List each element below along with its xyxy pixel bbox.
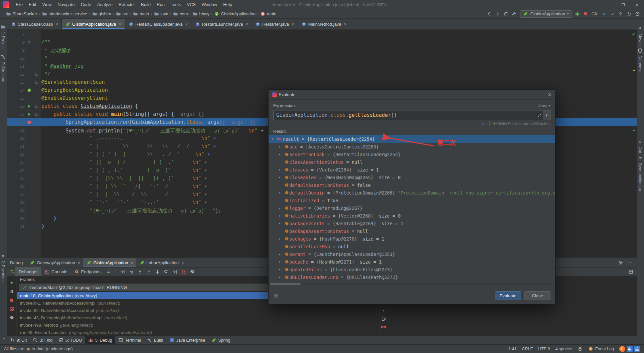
editor-tab[interactable]: CRestarter.java× — [252, 19, 298, 29]
expand-arrow-icon[interactable]: ▸ — [279, 267, 284, 272]
tree-node[interactable]: ▸fparent = {Launcher$AppClassLoader@1353… — [269, 250, 555, 258]
fold-marker[interactable]: - — [33, 73, 40, 76]
stack-frame[interactable]: invoke:62, NativeMethodAccessorImpl(sun.… — [17, 307, 379, 314]
toolwindow-1-project[interactable]: 1: Project — [0, 23, 6, 49]
run-gutter-icon[interactable] — [25, 112, 33, 117]
tree-node[interactable]: finitialized = true — [269, 197, 555, 204]
fold-box-icon[interactable]: - — [35, 73, 38, 76]
simplified-chinese-icon[interactable]: 简 — [634, 346, 640, 352]
copy-icon[interactable] — [381, 316, 386, 321]
close-tab-icon[interactable]: × — [246, 22, 248, 27]
fold-box-icon[interactable]: - — [35, 105, 38, 108]
spring-gutter-icon[interactable] — [25, 88, 33, 93]
editor-tab[interactable]: CMainMethod.java× — [298, 19, 350, 29]
runclass-gutter-icon[interactable] — [25, 104, 33, 109]
expand-arrow-icon[interactable]: ▸ — [279, 260, 284, 264]
code-line[interactable]: 11 * @author jzq — [7, 62, 637, 70]
layout-menu-icon[interactable]: ≡ — [106, 269, 111, 274]
close-tab-icon[interactable]: × — [56, 22, 58, 27]
breadcrumb-item[interactable]: mmain — [260, 11, 277, 17]
run-configuration-selector[interactable]: GisbimApplication▾ — [520, 10, 572, 18]
fold-marker[interactable]: - — [33, 105, 40, 108]
watches-icon[interactable]: oo — [381, 324, 386, 330]
rollback-icon[interactable] — [626, 11, 632, 17]
close-tab-icon[interactable]: × — [292, 22, 294, 27]
expression-input[interactable]: GisbimApplication.class.getClassLoader()… — [273, 110, 550, 120]
menu-refactor[interactable]: Refactor — [116, 0, 138, 9]
breadcrumb-item[interactable]: CGisbimApplication — [214, 11, 256, 17]
toolwindow-button-6-todo[interactable]: 6: TODO — [55, 336, 85, 344]
menu-file[interactable]: File — [13, 0, 26, 9]
menu-tools[interactable]: Tools — [168, 0, 184, 9]
tree-node[interactable]: ▸fdefaultDomain = {ProtectionDomain@2266… — [269, 189, 555, 197]
rerun-icon[interactable] — [9, 269, 15, 274]
breadcrumb-item[interactable]: java — [153, 11, 169, 17]
tab-debugger[interactable]: Debugger — [15, 267, 41, 276]
tab-console[interactable]: Console — [41, 267, 71, 276]
debug-session-tab[interactable]: GisbimApplication× — [83, 258, 136, 267]
toolwindow-button-3-find[interactable]: 3: Find — [30, 336, 55, 344]
breadcrumb-item[interactable]: sharksucker-service — [41, 11, 88, 17]
indent-style[interactable]: 4 spaces — [555, 347, 572, 351]
stop-session-icon[interactable] — [9, 297, 15, 303]
breakpoint-gutter-icon[interactable] — [25, 120, 33, 125]
close-session-icon[interactable]: × — [78, 260, 80, 265]
breadcrumb-item[interactable]: main — [133, 11, 149, 17]
debug-icon[interactable] — [575, 11, 580, 17]
sync-icon[interactable] — [503, 11, 509, 17]
toolwindow-button-java-enterprise[interactable]: JJava Enterprise — [166, 336, 208, 344]
tree-node[interactable]: fpackageAssertionStatus = null — [269, 227, 555, 235]
history-icon[interactable] — [635, 11, 640, 17]
toolwindow-button-spring[interactable]: Spring — [208, 336, 233, 344]
close-tab-icon[interactable]: × — [185, 22, 188, 27]
tree-node[interactable]: ▸fupdatedFiles = {ClassLoaderFiles@2273} — [269, 266, 555, 273]
menu-help[interactable]: Help — [220, 0, 235, 9]
toolwindow-maven[interactable]: mMaven — [637, 25, 643, 46]
expand-arrow-icon[interactable]: ▸ — [279, 214, 284, 218]
expand-arrow-icon[interactable]: ▸ — [279, 206, 284, 210]
tree-node[interactable]: ▸fcloseables = {WeakHashMap@2265} size =… — [269, 173, 555, 181]
expand-arrow-icon[interactable]: ▸ — [279, 191, 284, 195]
menu-edit[interactable]: Edit — [26, 0, 39, 9]
fold-marker[interactable]: - — [33, 113, 40, 116]
sogou-icon[interactable]: S — [619, 346, 625, 352]
close-dialog-button[interactable]: Close — [524, 291, 550, 300]
language-selector[interactable]: Java ▾ — [538, 103, 551, 108]
drop-frame-icon[interactable] — [162, 268, 170, 276]
dialog-title-bar[interactable]: Evaluate ✕ — [269, 90, 555, 100]
mute-breakpoints-icon[interactable] — [9, 315, 15, 320]
editor-tab[interactable]: GisbimApplication.java× — [62, 19, 125, 29]
editor-tab[interactable]: CClassLoader.class× — [7, 19, 62, 29]
code-line[interactable]: 10 * — [7, 54, 637, 62]
minimize-button[interactable]: ─ — [602, 0, 616, 9]
editor-tab[interactable]: CRestartClassLoader.java× — [125, 19, 191, 29]
code-line[interactable]: 13-@ServletComponentScan — [7, 78, 637, 86]
debug-session-tab[interactable]: GatewayApplication× — [27, 258, 84, 267]
menu-vcs[interactable]: VCS — [184, 0, 199, 9]
mute-breakpoints-icon[interactable] — [188, 268, 196, 276]
breadcrumb-item[interactable]: src — [116, 11, 129, 17]
stack-frame[interactable]: run:49, RestartLauncher(org.springframew… — [17, 329, 379, 336]
inspections-ok-icon[interactable] — [631, 31, 636, 36]
fold-box-icon[interactable]: - — [35, 81, 38, 84]
view-breakpoints-icon[interactable] — [9, 306, 15, 311]
push-icon[interactable] — [618, 11, 623, 17]
toolwindow-switcher-icon[interactable] — [1, 336, 7, 341]
close-tab-icon[interactable]: × — [344, 22, 347, 27]
debug-session-tab[interactable]: LaborApplication× — [136, 258, 187, 267]
code-line[interactable]: 9 * 启动程序 — [7, 46, 637, 54]
help-icon[interactable]: ? — [273, 293, 279, 298]
update-project-icon[interactable] — [601, 11, 607, 17]
stack-frame[interactable]: invoke:43, DelegatingMethodAccessorImpl(… — [17, 314, 379, 321]
fold-box-icon[interactable]: - — [35, 113, 38, 116]
menu-view[interactable]: View — [39, 0, 54, 9]
close-session-icon[interactable]: × — [181, 260, 184, 265]
stripe-mark[interactable] — [633, 70, 635, 71]
tree-node[interactable]: ▸facc = {AccessControlContext@2263} — [269, 143, 555, 150]
menu-analyze[interactable]: Analyze — [94, 0, 116, 9]
dialog-close-icon[interactable]: ✕ — [547, 92, 552, 98]
close-session-icon[interactable]: × — [131, 260, 133, 265]
expand-arrow-icon[interactable]: ▸ — [279, 237, 284, 241]
toolwindow-2-favorites[interactable]: ★2: Favorites — [0, 252, 6, 282]
stripe-mark[interactable] — [633, 130, 635, 131]
